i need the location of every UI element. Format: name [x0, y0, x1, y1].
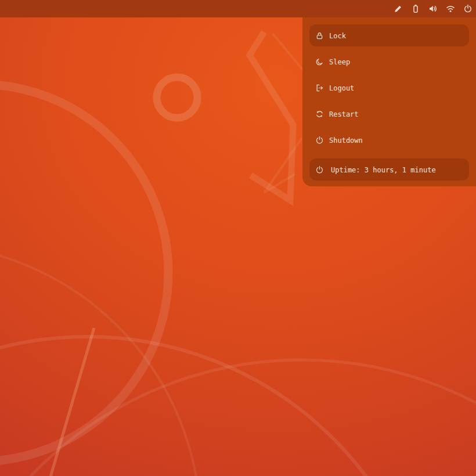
restart-arrows-icon — [315, 110, 324, 118]
uptime-label: Uptime: 3 hours, 1 minute — [331, 166, 436, 174]
uptime-row: Uptime: 3 hours, 1 minute — [309, 158, 469, 181]
menu-item-lock[interactable]: Lock — [309, 24, 469, 46]
menu-item-label: Shutdown — [329, 136, 363, 144]
lock-icon — [315, 31, 324, 40]
menu-item-shutdown[interactable]: Shutdown — [309, 129, 469, 151]
menu-item-restart[interactable]: Restart — [309, 103, 469, 125]
logout-arrow-icon — [315, 84, 324, 92]
menu-item-label: Restart — [329, 110, 359, 118]
power-icon — [315, 136, 324, 145]
power-menu-panel: Lock Sleep Logout — [302, 17, 476, 186]
menu-item-sleep[interactable]: Sleep — [309, 51, 469, 73]
menu-item-label: Logout — [329, 84, 354, 92]
volume-icon[interactable] — [428, 4, 438, 14]
menu-item-label: Lock — [329, 32, 346, 39]
power-icon[interactable] — [463, 4, 473, 14]
menu-item-logout[interactable]: Logout — [309, 77, 469, 99]
desktop: Lock Sleep Logout — [0, 0, 476, 476]
menu-item-label: Sleep — [329, 58, 350, 66]
battery-icon[interactable] — [410, 4, 420, 14]
power-icon — [315, 165, 324, 174]
moon-icon — [315, 57, 324, 66]
edit-pencil-icon[interactable] — [393, 4, 403, 14]
wifi-icon[interactable] — [445, 4, 455, 14]
top-bar — [0, 0, 476, 17]
